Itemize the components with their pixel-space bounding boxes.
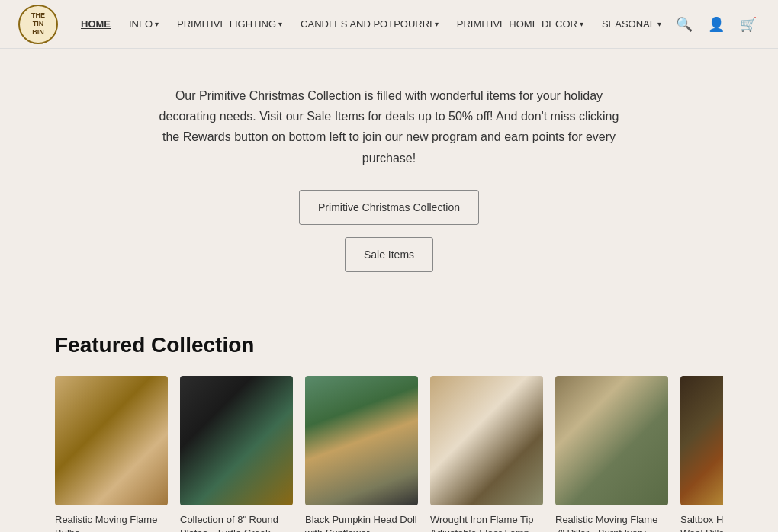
product-grid: Realistic Moving Flame Bulbs$53.95 USDCo… xyxy=(55,376,723,532)
primitive-christmas-collection-button[interactable]: Primitive Christmas Collection xyxy=(299,190,479,225)
product-card[interactable]: Saltbox House Hooked Wool Pillow$47.95 U… xyxy=(680,376,723,532)
product-name: Black Pumpkin Head Doll with Sunflower xyxy=(305,513,418,532)
nav-primitive-lighting[interactable]: PRIMITIVE LIGHTING ▾ xyxy=(168,12,291,36)
seasonal-chevron-icon: ▾ xyxy=(657,20,661,28)
product-name: Collection of 8" Round Plates - Turtle C… xyxy=(180,513,293,532)
product-card[interactable]: Wrought Iron Flame Tip Adjustable Floor … xyxy=(430,376,543,532)
product-image xyxy=(680,376,723,505)
user-icon: 👤 xyxy=(708,16,725,33)
nav-home-decor[interactable]: PRIMITIVE HOME DECOR ▾ xyxy=(448,12,593,36)
nav-links: HOME INFO ▾ PRIMITIVE LIGHTING ▾ CANDLES… xyxy=(72,12,673,36)
product-name: Realistic Moving Flame Bulbs xyxy=(55,513,168,532)
sale-items-button[interactable]: Sale Items xyxy=(345,237,433,272)
product-image xyxy=(430,376,543,505)
product-card[interactable]: Realistic Moving Flame 7" Pillar - Burnt… xyxy=(555,376,668,532)
product-card[interactable]: Black Pumpkin Head Doll with Sunflower$5… xyxy=(305,376,418,532)
candles-chevron-icon: ▾ xyxy=(435,20,439,28)
nav-icons: 🔍 👤 🛒 xyxy=(673,13,760,36)
home-decor-chevron-icon: ▾ xyxy=(580,20,584,28)
product-card[interactable]: Realistic Moving Flame Bulbs$53.95 USD xyxy=(55,376,168,532)
product-name: Realistic Moving Flame 7" Pillar - Burnt… xyxy=(555,513,668,532)
primitive-lighting-chevron-icon: ▾ xyxy=(278,20,282,28)
search-button[interactable]: 🔍 xyxy=(673,13,696,36)
info-chevron-icon: ▾ xyxy=(155,20,159,28)
nav-seasonal[interactable]: SEASONAL ▾ xyxy=(593,12,670,36)
search-icon: 🔍 xyxy=(676,16,693,33)
hero-section: Our Primitive Christmas Collection is fi… xyxy=(0,49,778,309)
product-card[interactable]: Collection of 8" Round Plates - Turtle C… xyxy=(180,376,293,532)
site-logo[interactable]: THETINBIN xyxy=(18,5,58,44)
login-button[interactable]: 👤 xyxy=(705,13,728,36)
nav-candles[interactable]: CANDLES AND POTPOURRI ▾ xyxy=(291,12,448,36)
product-image xyxy=(180,376,293,505)
navbar: THETINBIN HOME INFO ▾ PRIMITIVE LIGHTING… xyxy=(0,0,778,49)
nav-home[interactable]: HOME xyxy=(72,12,120,36)
cart-button[interactable]: 🛒 xyxy=(737,13,760,36)
product-image xyxy=(305,376,418,505)
product-image xyxy=(55,376,168,505)
hero-description: Our Primitive Christmas Collection is fi… xyxy=(153,85,625,168)
product-name: Saltbox House Hooked Wool Pillow xyxy=(680,513,723,532)
nav-info[interactable]: INFO ▾ xyxy=(120,12,168,36)
featured-collection-title: Featured Collection xyxy=(55,333,723,357)
product-name: Wrought Iron Flame Tip Adjustable Floor … xyxy=(430,513,543,532)
product-image xyxy=(555,376,668,505)
featured-collection-section: Featured Collection Realistic Moving Fla… xyxy=(0,309,778,532)
cart-icon: 🛒 xyxy=(740,16,757,33)
